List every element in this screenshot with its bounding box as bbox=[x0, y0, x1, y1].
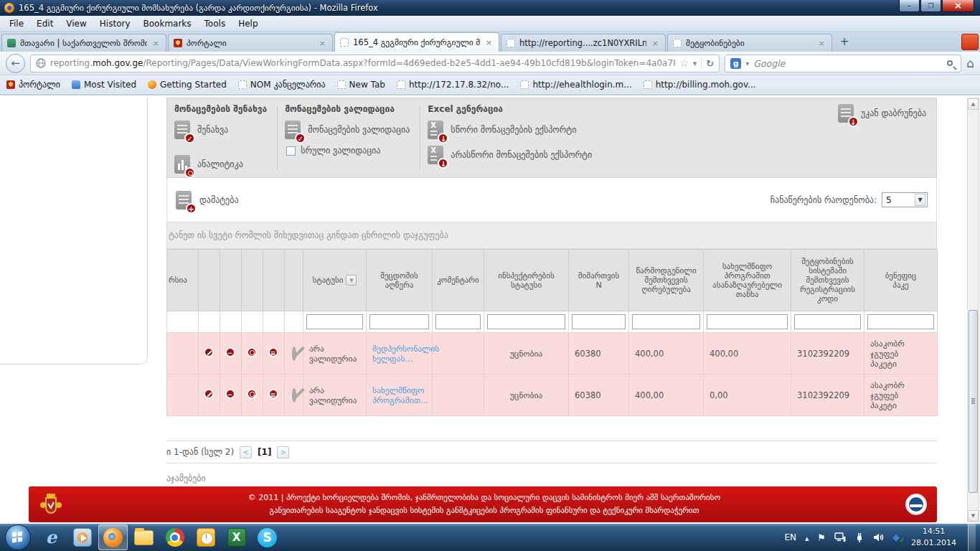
export-valid-data-button[interactable]: ↓ სწორი მონაცემების ექსპორტი bbox=[428, 121, 592, 139]
export-invalid-data-button[interactable]: ↓ არასწორი მონაცემების ექსპორტი bbox=[428, 146, 592, 164]
bookmark-nom[interactable]: NOM კანცელარია bbox=[238, 80, 326, 90]
vertical-scrollbar[interactable] bbox=[967, 98, 979, 522]
close-button[interactable] bbox=[942, 0, 974, 12]
tab-portal[interactable]: პორტალი × bbox=[168, 34, 333, 52]
skype-icon bbox=[258, 528, 277, 547]
menu-file[interactable]: File bbox=[3, 17, 30, 30]
usaid-seal-icon bbox=[905, 494, 927, 515]
menu-tools[interactable]: Tools bbox=[198, 17, 232, 30]
tab-close-icon[interactable]: × bbox=[817, 39, 826, 48]
tray-expand-icon[interactable] bbox=[805, 532, 809, 542]
action-center-flag-icon[interactable] bbox=[817, 532, 826, 543]
tab-close-icon[interactable]: × bbox=[484, 38, 494, 47]
tab-close-icon[interactable]: × bbox=[318, 39, 327, 48]
tab-overflow-button[interactable] bbox=[961, 34, 979, 50]
show-desktop-button[interactable] bbox=[968, 524, 976, 551]
taskbar-media-player[interactable] bbox=[67, 524, 97, 550]
speaker-icon[interactable] bbox=[873, 532, 884, 542]
taskbar-internet-explorer[interactable] bbox=[37, 524, 66, 550]
col-package[interactable]: ბენეფიც პაკე bbox=[864, 250, 938, 311]
start-button[interactable] bbox=[5, 524, 31, 550]
col-case-cost[interactable]: წარმოდგენილი შემთხვევის ღირებულება bbox=[629, 250, 704, 311]
col-error[interactable]: შეცდომის აღწერა bbox=[367, 250, 433, 311]
home-button[interactable] bbox=[966, 56, 974, 70]
menu-history[interactable]: History bbox=[93, 17, 137, 30]
tab-notifications[interactable]: შეტყობინებები × bbox=[667, 34, 832, 52]
dropbox-icon[interactable] bbox=[892, 532, 903, 542]
referral-filter-input[interactable] bbox=[572, 314, 626, 329]
bookmark-portal[interactable]: პორტალი bbox=[6, 80, 60, 90]
add-record-button[interactable]: + დამატება bbox=[176, 191, 239, 209]
language-indicator[interactable]: EN bbox=[784, 532, 796, 542]
inspection-filter-input[interactable] bbox=[487, 314, 565, 329]
taskbar-explorer[interactable] bbox=[129, 524, 159, 550]
taskbar-excel[interactable] bbox=[222, 524, 251, 550]
reg-code-filter-input[interactable] bbox=[794, 314, 861, 329]
status-filter-icon[interactable] bbox=[346, 275, 357, 286]
bookmark-new-tab[interactable]: New Tab bbox=[337, 80, 385, 90]
maximize-button[interactable] bbox=[920, 0, 941, 12]
error-description-link[interactable]: სახელმწიფო პროგრამით... bbox=[372, 385, 428, 405]
col-comment[interactable]: კომენტარი bbox=[433, 250, 484, 311]
taskbar-clock[interactable]: 14:51 28.01.2014 bbox=[911, 526, 956, 549]
col-inspection[interactable]: ინსპექტირების სტატუსი bbox=[484, 250, 569, 311]
back-button[interactable] bbox=[6, 54, 25, 73]
return-back-button[interactable]: ↓ უკან დაბრუნება bbox=[838, 104, 926, 123]
menu-bookmarks[interactable]: Bookmarks bbox=[137, 17, 198, 30]
state-amount-filter-input[interactable] bbox=[707, 314, 788, 329]
menu-help[interactable]: Help bbox=[232, 17, 264, 30]
power-plug-icon[interactable] bbox=[854, 532, 864, 542]
search-engine-dropdown-icon[interactable] bbox=[745, 58, 749, 68]
cost-filter-input[interactable] bbox=[632, 314, 700, 329]
search-icon[interactable] bbox=[947, 60, 953, 66]
next-page-button[interactable]: > bbox=[277, 446, 289, 458]
tab-close-icon[interactable]: × bbox=[151, 39, 161, 48]
tab-working-form-active[interactable]: 165_4 გეგმიური ქირურგიული მომს... × bbox=[334, 32, 499, 52]
bookmark-172-17[interactable]: http://172.17.8.32/no... bbox=[397, 80, 509, 90]
network-icon[interactable] bbox=[834, 532, 846, 542]
validate-data-button[interactable]: ✓ მონაცემების ვალიდაცია bbox=[285, 121, 410, 139]
records-count-select[interactable]: 5 bbox=[882, 192, 928, 207]
search-input[interactable] bbox=[753, 58, 943, 69]
col-reg-code[interactable]: შეტყობინების სისტემაში შემთხვევის რეგისტ… bbox=[791, 250, 864, 311]
error-filter-input[interactable] bbox=[369, 314, 429, 329]
new-tab-button[interactable]: + bbox=[835, 35, 854, 50]
reload-icon[interactable] bbox=[706, 58, 714, 69]
tab-close-icon[interactable]: × bbox=[651, 39, 660, 48]
url-bar[interactable]: reporting.moh.gov.ge/Reporting/Pages/Dat… bbox=[30, 55, 720, 72]
bookmark-billing[interactable]: http://billing.moh.gov... bbox=[644, 80, 756, 90]
pagination-bar: ი 1-დან (სულ 2) < [1] > bbox=[166, 441, 937, 463]
status-filter-input[interactable] bbox=[306, 314, 363, 329]
tab-reporting-url[interactable]: http://reporting....zc1N0YXRILnhtbA== × bbox=[501, 34, 666, 52]
error-description-link[interactable]: მედპერსონალის ხელფას... bbox=[372, 344, 439, 364]
bookmark-getting-started[interactable]: Getting Started bbox=[148, 80, 227, 90]
package-filter-input[interactable] bbox=[867, 314, 934, 329]
menu-edit[interactable]: Edit bbox=[30, 17, 60, 30]
menu-view[interactable]: View bbox=[60, 17, 93, 30]
bookmark-ehealth[interactable]: http://ehealthlogin.m... bbox=[520, 80, 631, 90]
taskbar-skype[interactable] bbox=[253, 524, 282, 550]
full-validation-checkbox[interactable] bbox=[286, 146, 296, 156]
scroll-down-icon[interactable] bbox=[968, 510, 979, 522]
bookmark-most-visited[interactable]: Most Visited bbox=[72, 80, 136, 90]
taskbar-firefox-active[interactable] bbox=[98, 524, 128, 550]
save-button[interactable]: ✓ შენახვა bbox=[174, 121, 267, 139]
scroll-up-icon[interactable] bbox=[968, 98, 979, 110]
analytics-button[interactable]: ანალიტიკა bbox=[174, 155, 267, 174]
bookmark-star-icon[interactable] bbox=[679, 57, 689, 69]
state-amount-cell: 0,00 bbox=[704, 375, 791, 416]
tab-home[interactable]: მთავარი | საქართველოს შრომის, ... × bbox=[1, 34, 166, 52]
taskbar-chrome[interactable] bbox=[160, 524, 189, 550]
comment-filter-input[interactable] bbox=[435, 314, 481, 329]
prev-page-button[interactable]: < bbox=[240, 446, 252, 458]
url-dropdown-icon[interactable] bbox=[693, 58, 697, 68]
summaries-link[interactable]: აჯამებები bbox=[166, 474, 937, 484]
taskbar-outlook[interactable] bbox=[191, 524, 220, 550]
col-status[interactable]: სტატუსი bbox=[303, 250, 367, 311]
col-referral-n[interactable]: მიმართვის N bbox=[569, 250, 629, 311]
page-icon bbox=[337, 80, 346, 89]
minimize-button[interactable] bbox=[899, 0, 920, 12]
scrollbar-thumb[interactable] bbox=[969, 310, 978, 493]
search-box[interactable] bbox=[725, 55, 961, 72]
col-state-amount[interactable]: სახელმწიფო პროგრამით ასანაზღაურებელი თან… bbox=[704, 250, 791, 311]
